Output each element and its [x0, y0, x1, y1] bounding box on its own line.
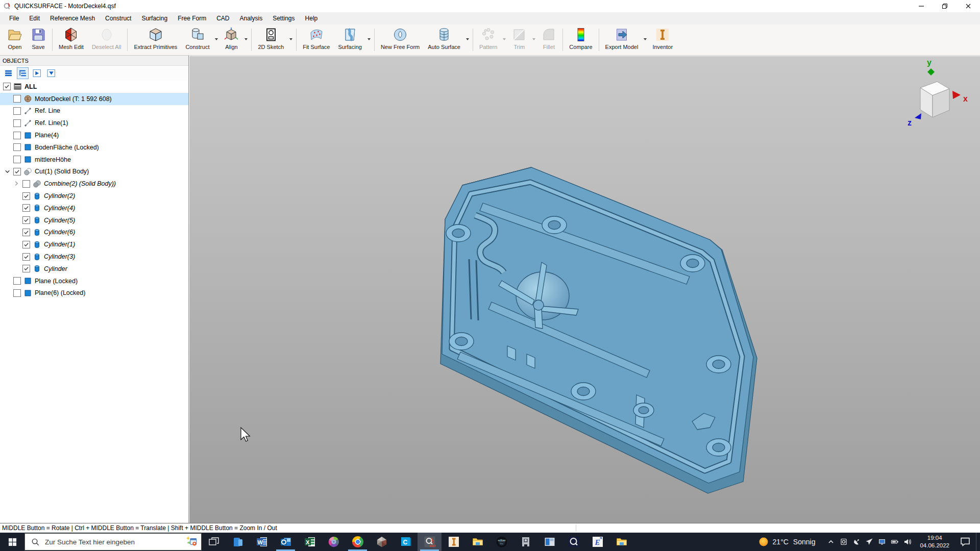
- tree-item-combine-2-solid-body[interactable]: Combine(2) (Solid Body)): [0, 178, 188, 190]
- menu-construct[interactable]: Construct: [100, 12, 136, 24]
- tray-tablet-icon[interactable]: [840, 538, 848, 546]
- menu-reference-mesh[interactable]: Reference Mesh: [45, 12, 100, 24]
- taskbar-color-wheel[interactable]: [322, 533, 346, 551]
- tree-item-cylinder-3[interactable]: Cylinder(3): [0, 251, 188, 263]
- tray-battery-icon[interactable]: [891, 538, 899, 546]
- taskbar-task-view[interactable]: [202, 533, 226, 551]
- taskbar-quicksurface-2022[interactable]: 2022: [418, 533, 442, 551]
- toolbar-new-free-form-button[interactable]: New Free Form: [377, 27, 424, 55]
- model-motordeckel[interactable]: [440, 167, 757, 493]
- taskbar-folder[interactable]: [609, 533, 633, 551]
- minimize-button[interactable]: [910, 0, 933, 12]
- visibility-checkbox[interactable]: [13, 289, 21, 297]
- toolbar-inventor-button[interactable]: Inventor: [648, 27, 677, 55]
- menu-edit[interactable]: Edit: [24, 12, 45, 24]
- menu-settings[interactable]: Settings: [267, 12, 300, 24]
- panel-tool-play[interactable]: [31, 67, 43, 79]
- expander-right-icon[interactable]: [13, 180, 20, 187]
- tree-item-cylinder-5[interactable]: Cylinder(5): [0, 214, 188, 227]
- tree-item-plane-6-locked[interactable]: Plane(6) (Locked): [0, 287, 188, 299]
- toolbar-mesh-edit-button[interactable]: Mesh Edit: [55, 27, 88, 55]
- visibility-checkbox[interactable]: [22, 216, 30, 224]
- toolbar-2d-sketch-dropdown[interactable]: [288, 38, 294, 40]
- visibility-checkbox[interactable]: [22, 180, 30, 188]
- toolbar-construct-dropdown[interactable]: [213, 38, 219, 40]
- panel-tool-tree-view[interactable]: [17, 67, 29, 79]
- taskbar-search[interactable]: Zur Suche Text hier eingeben: [24, 533, 202, 550]
- toolbar-align-dropdown[interactable]: [243, 38, 249, 40]
- taskbar-cura[interactable]: C: [394, 533, 418, 551]
- toolbar-align-button[interactable]: Align: [219, 27, 243, 55]
- visibility-checkbox[interactable]: [13, 119, 21, 127]
- visibility-checkbox[interactable]: [3, 83, 11, 90]
- toolbar-compare-button[interactable]: Compare: [565, 27, 596, 55]
- visibility-checkbox[interactable]: [13, 132, 21, 139]
- tree-item-plane-locked[interactable]: Plane (Locked): [0, 275, 188, 287]
- tree-item-cylinder-4[interactable]: Cylinder(4): [0, 202, 188, 214]
- toolbar-surfacing-button[interactable]: Surfacing: [334, 27, 365, 55]
- tree-item-cylinder-6[interactable]: Cylinder(6): [0, 227, 188, 239]
- visibility-checkbox[interactable]: [22, 204, 30, 212]
- menu-cad[interactable]: CAD: [211, 12, 234, 24]
- visibility-checkbox[interactable]: [22, 229, 30, 236]
- tray-volume-icon[interactable]: [903, 538, 912, 546]
- restore-button[interactable]: [933, 0, 957, 12]
- expander-down-icon[interactable]: [4, 168, 11, 175]
- taskbar-exscan[interactable]: exScanPro: [489, 533, 513, 551]
- visibility-checkbox[interactable]: [22, 253, 30, 261]
- taskbar-your-phone[interactable]: [226, 533, 250, 551]
- taskbar-e-app[interactable]: E: [585, 533, 609, 551]
- toolbar-construct-button[interactable]: Construct: [181, 27, 213, 55]
- taskbar-chrome[interactable]: [346, 533, 370, 551]
- menu-analysis[interactable]: Analysis: [235, 12, 268, 24]
- menu-file[interactable]: File: [4, 12, 24, 24]
- taskbar-inventor-app[interactable]: [442, 533, 465, 551]
- start-button[interactable]: [0, 533, 24, 551]
- show-desktop-button[interactable]: [976, 533, 979, 551]
- tray-dish-icon[interactable]: [852, 538, 861, 546]
- toolbar-2d-sketch-button[interactable]: 2D Sketch: [254, 27, 288, 55]
- visibility-checkbox[interactable]: [13, 168, 21, 176]
- taskbar-clock[interactable]: 19:04 04.06.2022: [920, 534, 949, 549]
- toolbar-surfacing-dropdown[interactable]: [366, 38, 372, 40]
- taskbar-explorer[interactable]: [465, 533, 489, 551]
- tray-plane-icon[interactable]: [865, 538, 873, 546]
- panel-tool-filter[interactable]: [45, 67, 57, 79]
- tree-item-ref-line[interactable]: Ref. Line: [0, 105, 188, 117]
- tree-item-cylinder-2[interactable]: Cylinder(2): [0, 190, 188, 202]
- toolbar-save-button[interactable]: Save: [27, 27, 50, 55]
- toolbar-export-model-dropdown[interactable]: [642, 38, 648, 40]
- visibility-checkbox[interactable]: [22, 241, 30, 248]
- weather-widget[interactable]: 21°C Sonnig: [773, 538, 816, 546]
- tree-item-ref-line-1[interactable]: Ref. Line(1): [0, 117, 188, 129]
- visibility-checkbox[interactable]: [22, 192, 30, 200]
- taskbar-blue-window[interactable]: [537, 533, 561, 551]
- tree-item-bodenfläche-locked[interactable]: BodenFläche (Locked): [0, 141, 188, 154]
- visibility-checkbox[interactable]: [13, 95, 21, 103]
- visibility-checkbox[interactable]: [22, 265, 30, 272]
- menu-free-form[interactable]: Free Form: [173, 12, 211, 24]
- taskbar-outlook[interactable]: [274, 533, 298, 551]
- tree-item-all[interactable]: ALL: [0, 81, 188, 93]
- tray-chevron-up-icon[interactable]: [827, 538, 835, 546]
- menu-surfacing[interactable]: Surfacing: [136, 12, 173, 24]
- toolbar-auto-surface-button[interactable]: Auto Surface: [424, 27, 464, 55]
- tree-item-motordeckel-t-1-592-608[interactable]: MotorDeckel (T: 1 592 608): [0, 93, 188, 105]
- toolbar-export-model-button[interactable]: Export Model: [601, 27, 643, 55]
- visibility-checkbox[interactable]: [13, 143, 21, 151]
- taskbar-dark-q[interactable]: [561, 533, 585, 551]
- visibility-checkbox[interactable]: [13, 107, 21, 115]
- menu-help[interactable]: Help: [300, 12, 323, 24]
- tree-item-cut-1-solid-body[interactable]: Cut(1) (Solid Body): [0, 166, 188, 178]
- taskbar-excel[interactable]: X: [298, 533, 322, 551]
- taskbar-printer-3d[interactable]: [513, 533, 537, 551]
- tree-item-cylinder[interactable]: Cylinder: [0, 263, 188, 275]
- tree-item-mittlerehöhe[interactable]: mittlereHöhe: [0, 154, 188, 166]
- visibility-checkbox[interactable]: [13, 277, 21, 285]
- toolbar-fit-surface-button[interactable]: Fit Surface: [299, 27, 334, 55]
- close-button[interactable]: [957, 0, 980, 12]
- toolbar-trim-dropdown[interactable]: [531, 38, 537, 40]
- toolbar-pattern-dropdown[interactable]: [501, 38, 507, 40]
- panel-tool-menu-lines[interactable]: [3, 67, 14, 79]
- tree-item-plane-4[interactable]: Plane(4): [0, 129, 188, 141]
